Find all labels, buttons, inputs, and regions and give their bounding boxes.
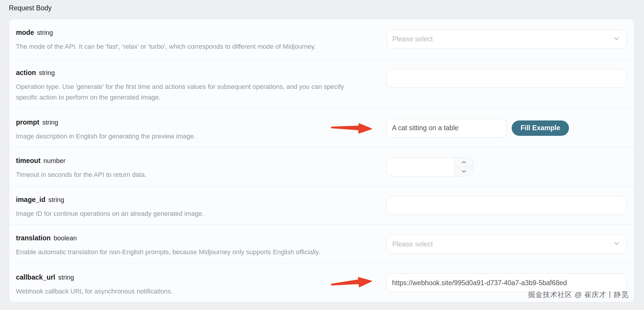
timeout-number-input[interactable] — [386, 157, 473, 176]
param-row-action: actionstring Operation type. Use 'genera… — [9, 59, 634, 109]
stepper-increment-button[interactable] — [455, 158, 473, 167]
param-name: translation — [16, 234, 51, 242]
param-heading: timeoutnumber — [16, 157, 378, 165]
param-row-prompt: promptstring Image description in Englis… — [9, 109, 634, 147]
param-name: prompt — [16, 118, 39, 126]
translation-select[interactable]: Please select — [386, 235, 627, 254]
param-heading: image_idstring — [16, 196, 378, 204]
param-heading: promptstring — [16, 118, 378, 126]
prompt-input[interactable]: A cat sitting on a table — [386, 119, 507, 138]
param-control-cell — [378, 186, 634, 224]
param-name: mode — [16, 29, 34, 36]
mode-select[interactable]: Please select — [386, 30, 627, 49]
param-meta: actionstring Operation type. Use 'genera… — [9, 59, 378, 109]
param-description: Image ID for continue operations on an a… — [16, 208, 378, 219]
number-stepper — [454, 158, 473, 176]
input-value: A cat sitting on a table — [392, 124, 458, 132]
param-meta: timeoutnumber Timeout in seconds for the… — [9, 147, 378, 186]
request-body-card: modestring The mode of the API. It can b… — [9, 19, 635, 302]
param-type: string — [58, 274, 74, 281]
param-type: string — [39, 69, 55, 76]
param-control-cell: Please select — [378, 225, 634, 264]
param-row-translation: translationboolean Enable automatic tran… — [9, 224, 634, 264]
stepper-decrement-button[interactable] — [455, 167, 473, 176]
param-row-mode: modestring The mode of the API. It can b… — [9, 19, 634, 59]
param-description: Image description in English for generat… — [16, 131, 378, 142]
param-type: string — [37, 29, 53, 36]
param-type: boolean — [54, 234, 77, 242]
stepper-down-icon — [461, 169, 466, 174]
param-heading: modestring — [16, 29, 378, 37]
param-type: string — [42, 119, 58, 126]
param-control-cell — [378, 147, 634, 186]
param-description: The mode of the API. It can be 'fast', '… — [16, 41, 378, 52]
param-meta: image_idstring Image ID for continue ope… — [9, 186, 378, 224]
page-title: Request Body — [9, 4, 51, 12]
image-id-input[interactable] — [386, 196, 627, 215]
param-meta: promptstring Image description in Englis… — [9, 109, 378, 147]
param-name: callback_url — [16, 273, 55, 281]
param-type: number — [43, 157, 66, 164]
param-name: action — [16, 69, 36, 76]
param-control-cell: Please select — [378, 19, 634, 59]
param-row-image-id: image_idstring Image ID for continue ope… — [9, 186, 634, 224]
param-name: timeout — [16, 157, 40, 164]
param-name: image_id — [16, 196, 45, 203]
chevron-down-icon — [613, 240, 620, 248]
param-description: Webhook callback URL for asynchronous no… — [16, 286, 378, 297]
param-type: string — [48, 196, 64, 203]
param-row-timeout: timeoutnumber Timeout in seconds for the… — [9, 147, 634, 186]
param-meta: modestring The mode of the API. It can b… — [9, 19, 378, 59]
input-value: https://webhook.site/995d0a91-d737-40a7-… — [392, 279, 567, 287]
stepper-up-icon — [461, 159, 466, 165]
param-heading: callback_urlstring — [16, 273, 378, 281]
number-value-area[interactable] — [387, 158, 454, 176]
param-description: Enable automatic translation for non-Eng… — [16, 247, 378, 257]
select-placeholder: Please select — [392, 240, 433, 248]
fill-example-button[interactable]: Fill Example — [512, 120, 569, 136]
chevron-down-icon — [613, 35, 620, 43]
param-description: Operation type. Use 'generate' for the f… — [16, 81, 354, 103]
param-description: Timeout in seconds for the API to return… — [16, 169, 378, 180]
param-heading: actionstring — [16, 69, 378, 77]
watermark-text: 掘金技术社区 @ 崔庆才丨静觅 — [528, 290, 629, 299]
param-meta: translationboolean Enable automatic tran… — [9, 225, 378, 264]
select-placeholder: Please select — [392, 35, 433, 43]
param-meta: callback_urlstring Webhook callback URL … — [9, 264, 378, 302]
callback-url-input[interactable]: https://webhook.site/995d0a91-d737-40a7-… — [386, 273, 627, 292]
param-control-cell — [378, 59, 634, 109]
action-input[interactable] — [386, 69, 627, 88]
param-heading: translationboolean — [16, 234, 378, 242]
param-control-cell: A cat sitting on a table Fill Example — [378, 109, 634, 147]
